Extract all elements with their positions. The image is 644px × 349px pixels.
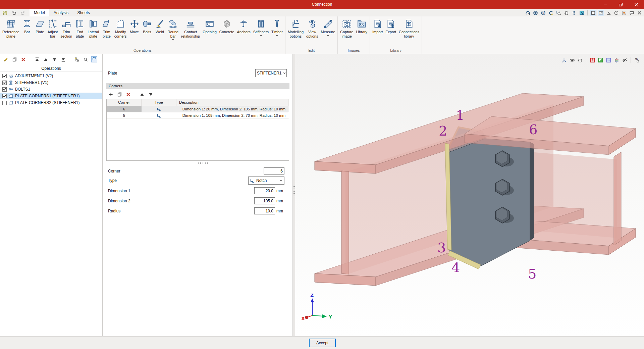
pan-button[interactable] bbox=[563, 10, 570, 16]
shaded-view-button[interactable] bbox=[597, 57, 603, 63]
trim-section-button[interactable]: Trimsection bbox=[59, 18, 73, 39]
angle-measure-button[interactable] bbox=[605, 10, 612, 16]
3d-viewport[interactable]: 123456 Z Y X 3D bbox=[295, 54, 644, 336]
modify-corners-button[interactable]: Modifycorners bbox=[113, 18, 128, 39]
operation-checkbox[interactable] bbox=[2, 101, 7, 105]
axes-tripod-button[interactable] bbox=[561, 57, 567, 63]
hide-elements-button[interactable] bbox=[622, 57, 628, 63]
modelling-options-button[interactable]: Modellingoptions bbox=[286, 18, 305, 39]
copy-button[interactable] bbox=[116, 91, 122, 97]
3d-scene[interactable]: 123456 Z Y X bbox=[295, 54, 644, 336]
concrete-button[interactable]: Concrete bbox=[218, 18, 236, 35]
tab-sheets[interactable]: Sheets bbox=[73, 9, 94, 16]
column-header-description[interactable]: Description bbox=[176, 99, 289, 106]
export-button[interactable]: Export bbox=[384, 18, 397, 35]
operation-item-plate-corners2-stiffener1[interactable]: PLATE-CORNERS2 (STIFFENER1) bbox=[0, 99, 102, 106]
restore-button[interactable] bbox=[613, 0, 629, 9]
dimension-2-input[interactable] bbox=[254, 197, 275, 204]
delete-button[interactable] bbox=[125, 91, 131, 97]
snap-settings-button[interactable] bbox=[621, 10, 627, 16]
edit-pencil-button[interactable] bbox=[3, 56, 9, 62]
view-options-button[interactable]: Viewoptions bbox=[305, 18, 319, 39]
undo-button[interactable] bbox=[11, 10, 17, 16]
rotate-view-button[interactable] bbox=[525, 10, 531, 16]
weld-button[interactable]: Weld bbox=[154, 18, 166, 35]
refresh-button[interactable] bbox=[91, 56, 97, 62]
column-header-corner[interactable]: Corner bbox=[107, 99, 142, 106]
contact-relationship-button[interactable]: Contactrelationship bbox=[180, 18, 201, 39]
redraw-button[interactable] bbox=[548, 10, 554, 16]
move-bottom-button[interactable] bbox=[60, 56, 66, 62]
section-view-button[interactable] bbox=[589, 57, 595, 63]
operation-item-stiffener1-v1[interactable]: STIFFENER1 (V1) bbox=[0, 79, 102, 86]
opening-button[interactable]: Opening bbox=[201, 18, 218, 35]
tab-model[interactable]: Model bbox=[30, 9, 49, 16]
add-button[interactable] bbox=[108, 91, 114, 97]
dim-scale-button[interactable]: 1.00 bbox=[598, 10, 604, 16]
operation-item-plate-corners1-stiffener1[interactable]: PLATE-CORNERS1 (STIFFENER1) bbox=[0, 93, 102, 99]
zoom-window-button[interactable] bbox=[555, 10, 562, 16]
new-window-button[interactable] bbox=[579, 10, 585, 16]
operation-checkbox[interactable] bbox=[2, 74, 7, 78]
anchors-button[interactable]: Anchors bbox=[235, 18, 252, 35]
operation-item-adjustment1-v2[interactable]: ADJUSTMENT1 (V2) bbox=[0, 72, 102, 79]
corner-row[interactable]: 5Dimension 1: 105 mm, Dimension 2: 70 mm… bbox=[107, 112, 289, 119]
stiffeners-button[interactable]: Stiffeners bbox=[252, 18, 270, 37]
timber-button[interactable]: Timber bbox=[270, 18, 284, 37]
type-combobox[interactable]: Notch bbox=[248, 177, 284, 185]
save-button[interactable] bbox=[2, 10, 8, 16]
library-button[interactable]: Library bbox=[355, 18, 369, 35]
zoom-2x-button[interactable]: ×2 bbox=[540, 10, 546, 16]
orbit-view-button[interactable] bbox=[569, 57, 575, 63]
zoom-all-button[interactable] bbox=[532, 10, 539, 16]
corner-input[interactable] bbox=[264, 167, 284, 174]
lateral-plate-button[interactable]: Lateralplate bbox=[86, 18, 100, 39]
operation-item-bolts1[interactable]: BOLTS1 bbox=[0, 86, 102, 93]
wireframe-view-button[interactable] bbox=[605, 57, 611, 63]
move-button[interactable]: Move bbox=[128, 18, 141, 35]
delete-button[interactable] bbox=[20, 56, 26, 62]
redo-button[interactable] bbox=[20, 10, 26, 16]
move-up-button[interactable] bbox=[139, 91, 145, 97]
corner-row[interactable]: 6Dimension 1: 20 mm, Dimension 2: 105 mm… bbox=[107, 106, 289, 112]
bolts-button[interactable]: Bolts bbox=[141, 18, 154, 35]
tools-button[interactable] bbox=[636, 10, 643, 16]
protractor-button[interactable] bbox=[613, 10, 620, 16]
measure-button[interactable]: Measure bbox=[320, 18, 337, 37]
tab-analysis[interactable]: Analysis bbox=[49, 9, 73, 16]
tree-view-button[interactable] bbox=[74, 56, 80, 62]
adjust-bar-button[interactable]: Adjustbar bbox=[46, 18, 59, 39]
trim-plate-button[interactable]: Trimplate bbox=[100, 18, 113, 39]
panel-splitter[interactable] bbox=[293, 186, 295, 198]
plate-button[interactable]: Plate bbox=[34, 18, 46, 35]
connections-library-button[interactable]: Connectionslibrary bbox=[397, 18, 421, 39]
copy-button[interactable] bbox=[11, 56, 17, 62]
layers-view-button[interactable] bbox=[613, 57, 620, 63]
face-mode-button[interactable] bbox=[590, 10, 596, 16]
round-bar-button[interactable]: Roundbar bbox=[166, 18, 180, 41]
comment-button[interactable] bbox=[629, 10, 635, 16]
orbit-button[interactable] bbox=[571, 10, 577, 16]
close-button[interactable] bbox=[629, 0, 644, 9]
column-header-type[interactable]: Type bbox=[142, 99, 176, 106]
minimize-button[interactable] bbox=[598, 0, 613, 9]
move-top-button[interactable] bbox=[34, 56, 40, 62]
bar-button[interactable]: Bar bbox=[21, 18, 34, 35]
view-3d-button[interactable]: 3D bbox=[634, 57, 640, 63]
capture-image-button[interactable]: Captureimage bbox=[339, 18, 355, 39]
import-button[interactable]: Import bbox=[371, 18, 384, 35]
operation-checkbox[interactable] bbox=[2, 94, 7, 98]
rotate-model-button[interactable] bbox=[577, 57, 583, 63]
table-resize-grip[interactable] bbox=[198, 162, 208, 164]
operation-checkbox[interactable] bbox=[2, 81, 7, 85]
dimension-1-input[interactable] bbox=[254, 187, 275, 194]
search-small-button[interactable] bbox=[83, 56, 89, 62]
plate-combobox[interactable]: STIFFENER1 bbox=[255, 69, 287, 77]
operation-checkbox[interactable] bbox=[2, 87, 7, 92]
reference-plane-button[interactable]: Referenceplane bbox=[1, 18, 21, 39]
move-up-button[interactable] bbox=[43, 56, 49, 62]
radius-input[interactable] bbox=[254, 207, 275, 214]
move-down-button[interactable] bbox=[51, 56, 57, 62]
accept-button[interactable]: Accept bbox=[309, 339, 336, 347]
end-plate-button[interactable]: Endplate bbox=[73, 18, 86, 39]
